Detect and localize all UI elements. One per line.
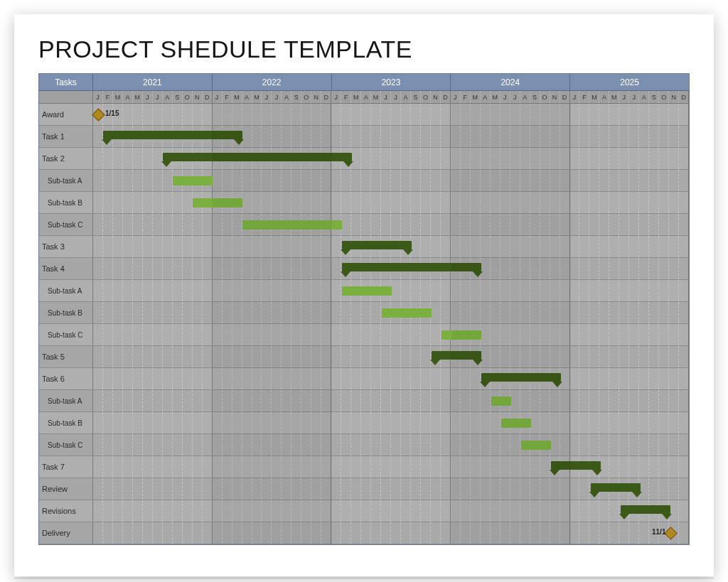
- row-label: Task 2: [39, 148, 93, 169]
- month-header: A: [163, 91, 173, 103]
- row-grid: [93, 280, 689, 301]
- row-label: Sub-task B: [39, 192, 93, 213]
- month-header: A: [599, 91, 609, 103]
- row-grid: [93, 478, 689, 500]
- month-header: J: [93, 91, 103, 103]
- month-header: O: [540, 91, 550, 103]
- row-label: Sub-task C: [39, 214, 93, 235]
- row-grid: [93, 346, 689, 367]
- month-header: J: [272, 91, 282, 103]
- gantt-header-years: Tasks 20212022202320242025: [39, 74, 689, 91]
- month-header: O: [301, 91, 311, 103]
- month-header: J: [570, 91, 580, 103]
- row-label: Sub-task A: [39, 280, 93, 301]
- row-grid: [93, 500, 689, 522]
- month-header: A: [520, 91, 530, 103]
- month-header: J: [500, 91, 510, 103]
- month-header: J: [331, 91, 341, 103]
- month-header: A: [242, 91, 252, 103]
- month-header: M: [589, 91, 599, 103]
- month-header: O: [421, 91, 431, 103]
- table-row: Award1/15: [39, 104, 689, 126]
- row-grid: [93, 170, 689, 191]
- summary-bar: [591, 483, 641, 492]
- month-header: S: [530, 91, 540, 103]
- year-header: 2025: [570, 74, 689, 90]
- row-label: Task 4: [39, 258, 93, 279]
- row-grid: [93, 412, 689, 433]
- month-header: D: [203, 91, 213, 103]
- month-header: A: [481, 91, 491, 103]
- row-label: Sub-task C: [39, 434, 93, 456]
- table-row: Sub-task A: [39, 280, 689, 302]
- year-header: 2024: [451, 74, 570, 90]
- summary-bar: [621, 505, 670, 514]
- table-row: Sub-task C: [39, 434, 689, 456]
- month-header: S: [291, 91, 301, 103]
- month-header: J: [619, 91, 629, 103]
- row-grid: 11/1: [93, 522, 689, 544]
- month-header: F: [341, 91, 351, 103]
- row-label: Sub-task B: [39, 412, 93, 433]
- row-grid: [93, 148, 689, 169]
- month-header: A: [639, 91, 649, 103]
- month-header: O: [659, 91, 669, 103]
- gantt-body: Award1/15Task 1Task 2Sub-task ASub-task …: [39, 104, 689, 544]
- row-grid: [93, 368, 689, 389]
- month-header: J: [391, 91, 401, 103]
- document-sheet: PROJECT SHEDULE TEMPLATE Tasks 202120222…: [14, 14, 714, 576]
- year-header: 2021: [93, 74, 213, 90]
- month-header: J: [213, 91, 223, 103]
- task-bar: [441, 330, 481, 340]
- month-header: M: [232, 91, 242, 103]
- month-header: M: [371, 91, 381, 103]
- table-row: Sub-task C: [39, 214, 689, 236]
- table-row: Task 3: [39, 236, 689, 258]
- month-header: D: [679, 91, 689, 103]
- month-header: O: [183, 91, 193, 103]
- divider: [14, 578, 714, 578]
- table-row: Task 1: [39, 126, 689, 148]
- month-header: A: [401, 91, 411, 103]
- month-header: A: [361, 91, 371, 103]
- month-header: J: [451, 91, 461, 103]
- summary-bar: [432, 351, 481, 360]
- month-header: J: [262, 91, 272, 103]
- task-bar: [521, 441, 551, 450]
- month-header: M: [252, 91, 262, 103]
- table-row: Sub-task B: [39, 412, 689, 434]
- table-row: Sub-task A: [39, 390, 689, 412]
- month-header: D: [321, 91, 331, 103]
- row-label: Delivery: [39, 522, 93, 544]
- tasks-column-header-spacer: [39, 91, 93, 103]
- row-label: Sub-task A: [39, 390, 93, 411]
- summary-bar: [481, 373, 561, 382]
- gantt-chart: Tasks 20212022202320242025 JFMAMJJASONDJ…: [38, 73, 690, 545]
- month-header: N: [550, 91, 560, 103]
- month-header: F: [223, 91, 232, 103]
- task-bar: [193, 198, 242, 208]
- task-bar: [501, 419, 531, 428]
- month-header: N: [311, 91, 321, 103]
- month-header: J: [629, 91, 639, 103]
- row-label: Sub-task B: [39, 302, 93, 323]
- page-title: PROJECT SHEDULE TEMPLATE: [38, 36, 690, 63]
- table-row: Task 2: [39, 148, 689, 170]
- month-header: M: [113, 91, 123, 103]
- table-row: Sub-task A: [39, 170, 689, 192]
- row-label: Task 7: [39, 456, 93, 478]
- summary-bar: [342, 241, 412, 249]
- row-grid: [93, 258, 689, 279]
- month-header: J: [153, 91, 163, 103]
- month-header: J: [510, 91, 520, 103]
- task-bar: [382, 308, 432, 318]
- month-header: N: [431, 91, 441, 103]
- row-label: Task 6: [39, 368, 93, 389]
- gantt-header-months: JFMAMJJASONDJFMAMJJASONDJFMAMJJASONDJFMA…: [39, 91, 689, 104]
- row-grid: [93, 214, 689, 235]
- table-row: Task 7: [39, 456, 689, 478]
- task-bar: [342, 286, 392, 296]
- month-header: M: [351, 91, 361, 103]
- month-header: D: [560, 91, 570, 103]
- row-grid: [93, 390, 689, 411]
